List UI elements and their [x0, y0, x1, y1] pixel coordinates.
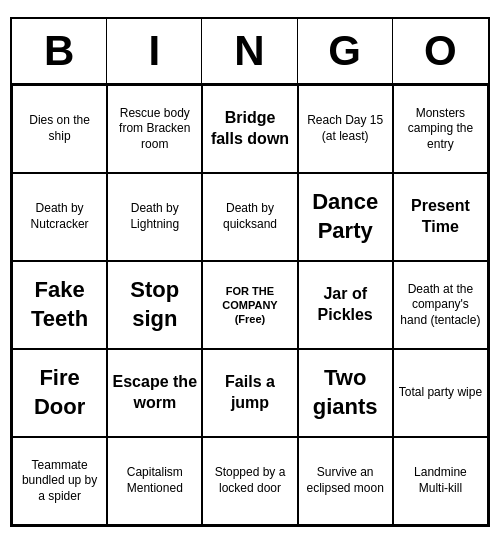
bingo-letter-i: I: [107, 19, 202, 83]
bingo-cell-15[interactable]: Fire Door: [12, 349, 107, 437]
bingo-letter-b: B: [12, 19, 107, 83]
bingo-cell-16[interactable]: Escape the worm: [107, 349, 202, 437]
bingo-cell-9[interactable]: Present Time: [393, 173, 488, 261]
bingo-letter-o: O: [393, 19, 488, 83]
bingo-cell-21[interactable]: Capitalism Mentioned: [107, 437, 202, 525]
bingo-cell-20[interactable]: Teammate bundled up by a spider: [12, 437, 107, 525]
bingo-cell-17[interactable]: Fails a jump: [202, 349, 297, 437]
bingo-cell-22[interactable]: Stopped by a locked door: [202, 437, 297, 525]
bingo-cell-18[interactable]: Two giants: [298, 349, 393, 437]
bingo-card: BINGO Dies on the shipRescue body from B…: [10, 17, 490, 527]
bingo-grid: Dies on the shipRescue body from Bracken…: [12, 85, 488, 525]
bingo-cell-19[interactable]: Total party wipe: [393, 349, 488, 437]
bingo-cell-8[interactable]: Dance Party: [298, 173, 393, 261]
bingo-cell-11[interactable]: Stop sign: [107, 261, 202, 349]
bingo-letter-n: N: [202, 19, 297, 83]
bingo-cell-3[interactable]: Reach Day 15 (at least): [298, 85, 393, 173]
bingo-cell-6[interactable]: Death by Lightning: [107, 173, 202, 261]
bingo-cell-13[interactable]: Jar of Pickles: [298, 261, 393, 349]
bingo-cell-14[interactable]: Death at the company's hand (tentacle): [393, 261, 488, 349]
bingo-cell-1[interactable]: Rescue body from Bracken room: [107, 85, 202, 173]
bingo-header: BINGO: [12, 19, 488, 85]
bingo-cell-7[interactable]: Death by quicksand: [202, 173, 297, 261]
bingo-cell-0[interactable]: Dies on the ship: [12, 85, 107, 173]
bingo-letter-g: G: [298, 19, 393, 83]
bingo-cell-23[interactable]: Survive an eclipsed moon: [298, 437, 393, 525]
bingo-cell-5[interactable]: Death by Nutcracker: [12, 173, 107, 261]
bingo-cell-4[interactable]: Monsters camping the entry: [393, 85, 488, 173]
bingo-cell-2[interactable]: Bridge falls down: [202, 85, 297, 173]
bingo-cell-12[interactable]: FOR THE COMPANY (Free): [202, 261, 297, 349]
bingo-cell-24[interactable]: Landmine Multi-kill: [393, 437, 488, 525]
bingo-cell-10[interactable]: Fake Teeth: [12, 261, 107, 349]
